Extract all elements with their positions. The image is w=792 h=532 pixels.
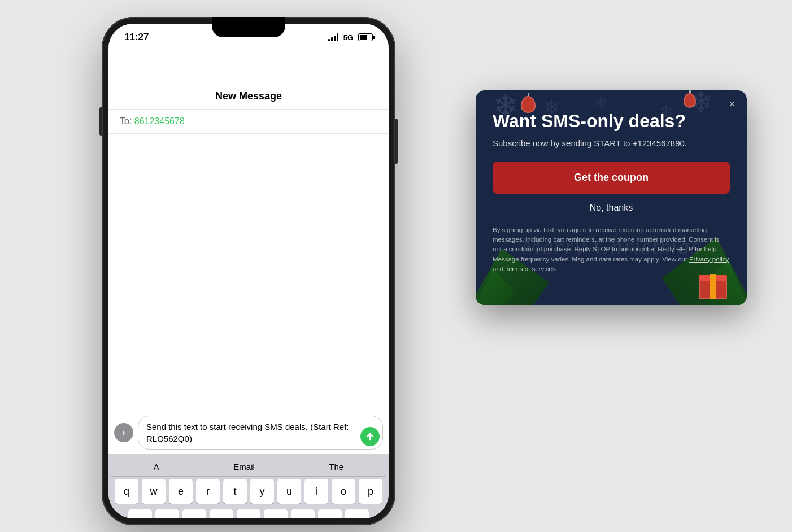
key-g[interactable]: g [237, 509, 260, 518]
key-y[interactable]: y [250, 479, 274, 504]
sms-popup: ❄ ❄ ❄ ❄ ❄ Merry Christmas [476, 90, 747, 305]
phone-notch [212, 17, 285, 37]
popup-content: Want SMS-only deals? Subscribe now by se… [476, 90, 747, 287]
input-row: › Send this text to start receiving SMS … [108, 411, 389, 454]
key-o[interactable]: o [332, 479, 355, 504]
popup-title: Want SMS-only deals? [493, 111, 730, 132]
key-a[interactable]: a [128, 509, 152, 518]
input-wrapper: Send this text to start receiving SMS de… [138, 416, 383, 450]
signal-bars-icon [328, 33, 338, 41]
key-r[interactable]: r [196, 479, 220, 504]
compose-area[interactable]: › Send this text to start receiving SMS … [108, 411, 389, 454]
privacy-policy-link[interactable]: Privacy policy [689, 256, 729, 263]
phone-frame: 11:27 5G New Message [102, 17, 395, 525]
message-body-area [108, 134, 389, 411]
keyboard-row-2: a s d f g h j k l [111, 509, 386, 518]
terms-link[interactable]: Terms of services [505, 265, 555, 272]
key-p[interactable]: p [359, 479, 382, 504]
keyboard: A Email The q w e r t y u i o p [108, 454, 389, 518]
send-button[interactable] [360, 427, 380, 446]
apps-button[interactable]: › [114, 423, 133, 442]
key-f[interactable]: f [210, 509, 233, 518]
get-coupon-button[interactable]: Get the coupon [493, 162, 730, 194]
message-input[interactable]: Send this text to start receiving SMS de… [138, 416, 383, 450]
battery-icon [358, 33, 373, 41]
keyboard-row-1: q w e r t y u i o p [111, 479, 386, 504]
suggestion-email[interactable]: Email [233, 462, 255, 472]
key-k[interactable]: k [318, 509, 342, 518]
key-j[interactable]: j [291, 509, 315, 518]
key-e[interactable]: e [169, 479, 193, 504]
message-text: Send this text to start receiving SMS de… [146, 421, 354, 444]
close-button[interactable]: × [725, 97, 739, 111]
status-icons: 5G [328, 33, 373, 42]
popup-background: ❄ ❄ ❄ ❄ ❄ Merry Christmas [476, 90, 747, 305]
network-label: 5G [343, 33, 353, 42]
key-d[interactable]: d [182, 509, 206, 518]
phone-mockup: 11:27 5G New Message [102, 17, 395, 525]
key-s[interactable]: s [155, 509, 179, 518]
key-t[interactable]: t [223, 479, 247, 504]
key-q[interactable]: q [115, 479, 138, 504]
key-w[interactable]: w [142, 479, 166, 504]
popup-subtitle: Subscribe now by sending START to +12345… [493, 138, 730, 148]
legal-text: By signing up via text, you agree to rec… [493, 225, 730, 274]
key-i[interactable]: i [304, 479, 328, 504]
suggestion-the[interactable]: The [329, 462, 343, 472]
key-l[interactable]: l [345, 509, 369, 518]
message-app: New Message To: 8612345678 › Send this t… [108, 81, 389, 518]
suggestion-a[interactable]: A [154, 462, 159, 472]
status-time: 11:27 [124, 32, 149, 43]
key-h[interactable]: h [264, 509, 288, 518]
message-app-header: New Message [108, 81, 389, 110]
to-label: To: [120, 116, 132, 126]
keyboard-suggestions: A Email The [111, 459, 386, 477]
key-u[interactable]: u [277, 479, 301, 504]
phone-screen: 11:27 5G New Message [108, 24, 389, 518]
decline-button[interactable]: No, thanks [493, 203, 730, 213]
recipient-number: 8612345678 [134, 116, 185, 126]
message-to-field: To: 8612345678 [108, 110, 389, 134]
